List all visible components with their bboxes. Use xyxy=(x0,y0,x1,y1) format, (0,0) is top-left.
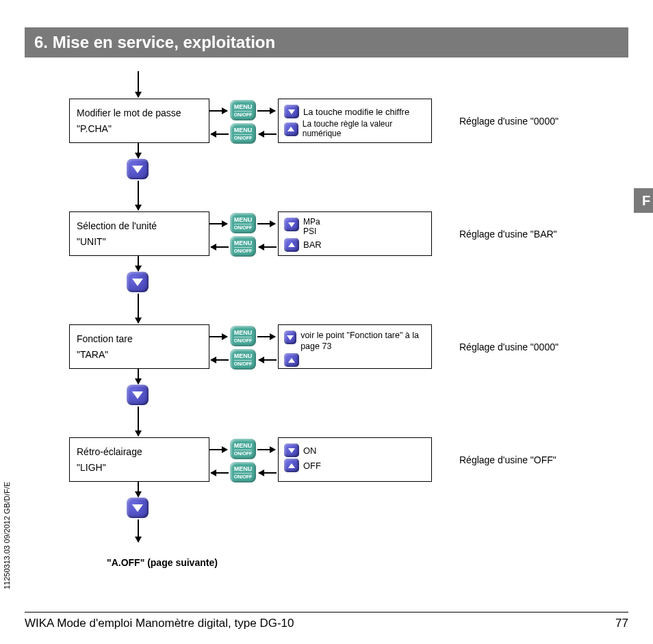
unit-option: MPa xyxy=(303,218,320,227)
unit-option: PSI xyxy=(303,227,320,237)
menu-button[interactable]: MENUON/OFF xyxy=(230,213,256,233)
options-box: voir le point "Fonction tare" à la page … xyxy=(278,324,432,369)
down-button[interactable] xyxy=(127,159,149,179)
page-footer: WIKA Mode d'emploi Manomètre digital, ty… xyxy=(25,612,628,630)
step-code: "P.CHA" xyxy=(77,123,202,134)
down-button[interactable] xyxy=(127,272,149,292)
step-box: Rétro-éclairage "LIGH" xyxy=(69,437,209,482)
step-box: Sélection de l'unité "UNIT" xyxy=(69,211,209,256)
down-icon[interactable] xyxy=(284,218,299,231)
arrow-down-icon xyxy=(138,256,139,271)
arrow-right-icon xyxy=(257,223,275,224)
arrow-right-icon xyxy=(257,110,275,112)
next-page-label: "A.OFF" (page suivante) xyxy=(107,557,218,568)
arrow-down-icon xyxy=(138,143,139,158)
arrow-left-icon xyxy=(211,246,229,248)
down-button[interactable] xyxy=(127,498,149,518)
up-icon[interactable] xyxy=(284,238,299,252)
arrow-right-icon xyxy=(257,449,275,450)
step-code: "LIGH" xyxy=(77,462,202,473)
step-title: Sélection de l'unité xyxy=(77,220,202,231)
menu-button[interactable]: MENUON/OFF xyxy=(230,326,256,346)
factory-setting: Réglage d'usine "0000" xyxy=(459,342,610,352)
menu-button[interactable]: MENUON/OFF xyxy=(230,462,256,482)
options-box: MPaPSI BAR xyxy=(278,211,432,256)
arrow-down-icon xyxy=(138,71,139,97)
option-text: La touche modifie le chiffre xyxy=(303,107,409,117)
menu-button[interactable]: MENUON/OFF xyxy=(230,236,256,257)
step-code: "TARA" xyxy=(77,349,202,360)
arrow-left-icon xyxy=(259,472,277,474)
step-box: Fonction tare "TARA" xyxy=(69,324,209,369)
arrow-left-icon xyxy=(211,472,229,474)
down-icon[interactable] xyxy=(284,105,299,118)
options-box: ON OFF xyxy=(278,437,432,482)
step-title: Modifier le mot de passe xyxy=(77,107,202,118)
factory-setting: Réglage d'usine "OFF" xyxy=(459,454,610,465)
menu-button[interactable]: MENUON/OFF xyxy=(230,439,256,459)
arrow-left-icon xyxy=(259,133,277,135)
option-text: ON xyxy=(303,446,317,456)
factory-setting: Réglage d'usine "0000" xyxy=(459,116,610,127)
document-reference: 11250313.03 09/2012 GB/D/F/E xyxy=(3,482,11,589)
factory-setting: Réglage d'usine "BAR" xyxy=(459,229,610,240)
option-text: La touche règle la valeur numérique xyxy=(303,120,426,139)
arrow-left-icon xyxy=(211,359,229,361)
down-button[interactable] xyxy=(127,385,149,405)
option-text: OFF xyxy=(303,461,321,471)
up-icon[interactable] xyxy=(284,459,299,472)
up-icon[interactable] xyxy=(284,353,299,367)
footer-title: WIKA Mode d'emploi Manomètre digital, ty… xyxy=(25,617,294,630)
page-number: 77 xyxy=(615,617,628,630)
arrow-left-icon xyxy=(259,246,277,248)
arrow-right-icon xyxy=(209,223,227,224)
arrow-down-icon xyxy=(138,369,139,384)
options-box: La touche modifie le chiffre La touche r… xyxy=(278,99,432,143)
language-tab: F xyxy=(634,188,653,213)
menu-button[interactable]: MENUON/OFF xyxy=(230,349,256,370)
arrow-down-icon xyxy=(138,519,139,542)
arrow-left-icon xyxy=(259,359,277,361)
menu-button[interactable]: MENUON/OFF xyxy=(230,100,256,120)
arrow-right-icon xyxy=(257,336,275,337)
section-header: 6. Mise en service, exploitation xyxy=(25,27,628,57)
arrow-right-icon xyxy=(209,110,227,112)
flow-diagram: Modifier le mot de passe "P.CHA" MENUON/… xyxy=(69,78,628,598)
arrow-down-icon xyxy=(138,407,139,436)
unit-option: BAR xyxy=(303,240,322,250)
step-box: Modifier le mot de passe "P.CHA" xyxy=(69,99,209,143)
up-icon[interactable] xyxy=(284,123,298,136)
arrow-right-icon xyxy=(209,336,227,337)
step-title: Rétro-éclairage xyxy=(77,446,202,457)
arrow-down-icon xyxy=(138,181,139,210)
down-icon[interactable] xyxy=(284,331,296,344)
arrow-down-icon xyxy=(138,482,139,497)
down-icon[interactable] xyxy=(284,443,299,457)
option-text: voir le point "Fonction tare" à la page … xyxy=(300,331,426,352)
menu-button[interactable]: MENUON/OFF xyxy=(230,123,256,144)
arrow-left-icon xyxy=(211,133,229,135)
arrow-down-icon xyxy=(138,294,139,323)
step-code: "UNIT" xyxy=(77,236,202,247)
arrow-right-icon xyxy=(209,449,227,450)
step-title: Fonction tare xyxy=(77,333,202,344)
